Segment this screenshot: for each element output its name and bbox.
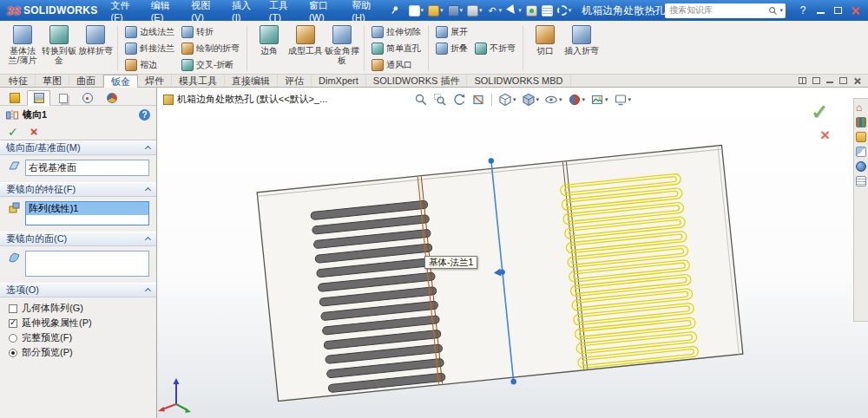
section-header-faces-to-mirror[interactable]: 要镜向的面(C) (0, 232, 156, 246)
propagate-visual-checkbox[interactable] (9, 319, 17, 328)
vent-button[interactable]: 通风口 (368, 57, 424, 72)
mirror-plane-selection-box[interactable]: 右视基准面 (25, 160, 149, 176)
features-selection-box[interactable]: 阵列(线性)1 (25, 201, 149, 225)
view-orientation-button[interactable]: ▾ (497, 92, 517, 108)
doc-minimize-icon[interactable] (826, 82, 833, 83)
dimxpert-manager-tab[interactable] (76, 90, 99, 106)
propagate-visual-option[interactable]: 延伸视象属性(P) (0, 316, 156, 330)
section-header-features-to-mirror[interactable]: 要镜向的特征(F) (0, 182, 156, 197)
undo-button[interactable]: ↶▾ (485, 4, 504, 17)
partial-preview-option[interactable]: 部分预览(P) (0, 345, 156, 360)
confirm-cancel-button[interactable]: × (820, 126, 830, 145)
fold-button[interactable]: 折叠 (432, 41, 471, 56)
minimize-button[interactable] (812, 3, 829, 18)
button-label: 切口 (536, 46, 554, 56)
rebuild-button[interactable] (524, 4, 539, 17)
lofted-bend-button[interactable]: 放样折弯 (77, 23, 114, 74)
tab-sheet-metal[interactable]: 钣金 (103, 75, 138, 88)
close-button[interactable] (847, 3, 865, 18)
file-explorer-icon[interactable] (856, 132, 866, 142)
feature-tree-collapsed[interactable]: 机箱边角处散热孔 (默认<<默认>_... (163, 93, 327, 106)
save-button[interactable]: ▾ (446, 4, 465, 17)
base-flange-button[interactable]: 基体法兰/薄片 (4, 23, 41, 74)
simple-hole-button[interactable]: 简单直孔 (368, 41, 424, 56)
cross-break-button[interactable]: 交叉-折断 (178, 57, 243, 72)
help-button[interactable]: ? (794, 3, 812, 18)
pin-menu-icon[interactable] (391, 5, 400, 16)
faces-selection-box[interactable] (25, 251, 149, 277)
tab-direct-editing[interactable]: 直接编辑 (225, 75, 278, 87)
miter-flange-button[interactable]: 斜接法兰 (122, 41, 178, 56)
doc-pane-icon[interactable] (812, 77, 820, 84)
pm-ok-button[interactable]: ✓ (8, 126, 18, 138)
rip-button[interactable]: 切口 (527, 23, 563, 74)
dimxpert-manager-icon (82, 93, 93, 103)
edit-appearance-button[interactable]: ▾ (567, 92, 587, 108)
section-header-mirror-plane[interactable]: 镜向面/基准面(M) (0, 140, 156, 155)
options-button[interactable]: ▾ (556, 4, 574, 16)
doc-close-icon[interactable] (853, 77, 861, 85)
knowledge-search-box[interactable]: 搜索知识库 ▾ (665, 3, 786, 18)
collapse-chevron-icon (145, 237, 151, 243)
apply-scene-button[interactable]: ▾ (589, 92, 609, 108)
doc-restore-icon[interactable] (839, 77, 847, 84)
graphics-area[interactable]: 机箱边角处散热孔 (默认<<默认>_... ▾ (157, 88, 868, 418)
pm-cancel-button[interactable]: × (30, 126, 38, 138)
sheet-metal-gusset-button[interactable]: 钣金角撑板 (324, 23, 360, 74)
previous-view-button[interactable] (451, 92, 467, 108)
zoom-area-button[interactable] (432, 92, 448, 108)
section-header-options[interactable]: 选项(O) (0, 283, 156, 297)
tab-mold-tools[interactable]: 模具工具 (172, 75, 225, 87)
feature-title-row: 镜向1 ? (0, 106, 156, 124)
property-manager-tab[interactable] (27, 90, 50, 106)
custom-properties-icon[interactable] (856, 176, 866, 186)
open-button[interactable]: ▾ (426, 4, 445, 17)
configuration-manager-tab[interactable] (51, 90, 75, 106)
appearances-scenes-icon[interactable] (856, 161, 866, 172)
zoom-fit-button[interactable] (413, 92, 429, 108)
design-library-icon[interactable] (856, 117, 866, 127)
search-caret-icon[interactable]: ▾ (779, 7, 783, 14)
tab-dimxpert[interactable]: DimXpert (312, 75, 366, 87)
tab-surfaces[interactable]: 曲面 (69, 75, 103, 87)
edge-flange-button[interactable]: 边线法兰 (122, 24, 178, 39)
restore-button[interactable] (829, 3, 846, 18)
section-view-button[interactable] (470, 92, 486, 108)
view-palette-icon[interactable] (856, 147, 866, 157)
print-button[interactable]: ▾ (465, 4, 484, 17)
hide-show-items-button[interactable]: ▾ (543, 92, 563, 108)
full-preview-radio[interactable] (9, 334, 17, 343)
convert-to-sheet-metal-button[interactable]: 转换到钣金 (41, 23, 77, 74)
tab-sketch[interactable]: 草图 (36, 75, 69, 87)
geometry-pattern-option[interactable]: 几何体阵列(G) (0, 301, 156, 316)
doc-tile-icon[interactable] (799, 77, 806, 84)
insert-bends-button[interactable]: 插入折弯 (563, 23, 600, 74)
partial-preview-radio[interactable] (9, 349, 17, 357)
tab-solidworks-mbd[interactable]: SOLIDWORKS MBD (467, 75, 570, 87)
display-style-button[interactable]: ▾ (521, 92, 541, 108)
help-icon[interactable]: ? (139, 109, 150, 121)
hem-button[interactable]: 褶边 (122, 57, 178, 72)
tab-evaluate[interactable]: 评估 (278, 75, 312, 87)
extruded-cut-button[interactable]: 拉伸切除 (368, 24, 424, 39)
full-preview-option[interactable]: 完整预览(F) (0, 330, 156, 345)
tab-weldments[interactable]: 焊件 (138, 75, 172, 87)
new-document-button[interactable]: ▾ (407, 4, 426, 17)
unfold-button[interactable]: 展开 (432, 24, 471, 39)
solidworks-resources-icon[interactable]: ⌂ (856, 102, 866, 113)
jog-button[interactable]: 转折 (178, 24, 243, 39)
file-properties-button[interactable] (540, 4, 555, 17)
selected-feature-item[interactable]: 阵列(线性)1 (26, 202, 148, 215)
no-bends-button[interactable]: 不折弯 (471, 41, 519, 56)
sketched-bend-button[interactable]: 绘制的折弯 (178, 41, 243, 56)
select-button[interactable]: ▾ (504, 4, 523, 17)
view-settings-button[interactable]: ▾ (613, 92, 633, 108)
forming-tool-button[interactable]: 成型工具 (287, 23, 324, 74)
tab-features[interactable]: 特征 (2, 75, 36, 87)
corners-button[interactable]: 边角 (251, 23, 287, 74)
confirm-ok-button[interactable]: ✓ (811, 100, 828, 124)
feature-manager-tab[interactable] (3, 90, 26, 106)
geometry-pattern-checkbox[interactable] (9, 304, 17, 313)
tab-solidworks-addins[interactable]: SOLIDWORKS 插件 (366, 75, 468, 87)
display-manager-tab[interactable] (100, 90, 123, 106)
